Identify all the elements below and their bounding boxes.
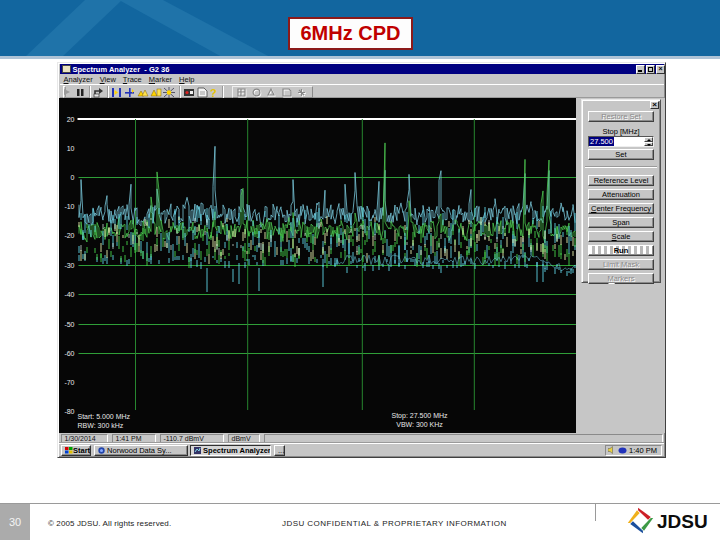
svg-text:Stop: 27.500 MHz: Stop: 27.500 MHz xyxy=(391,412,448,420)
svg-text:Start: 5.000 MHz: Start: 5.000 MHz xyxy=(77,413,130,420)
svg-text:-40: -40 xyxy=(64,291,74,298)
svg-text:-10: -10 xyxy=(64,203,74,210)
svg-text:-20: -20 xyxy=(64,232,74,239)
svg-text:-30: -30 xyxy=(64,262,74,269)
svg-text:-70: -70 xyxy=(64,379,74,386)
svg-text:RBW: 300 kHz: RBW: 300 kHz xyxy=(77,422,123,429)
svg-text:-60: -60 xyxy=(64,350,74,357)
svg-text:10: 10 xyxy=(66,145,74,152)
svg-text:-50: -50 xyxy=(64,321,74,328)
svg-text:?: ? xyxy=(210,87,217,98)
svg-text:-80: -80 xyxy=(64,408,74,415)
svg-text:VBW: 300 KHz: VBW: 300 KHz xyxy=(396,421,443,428)
svg-text:20: 20 xyxy=(66,116,74,123)
svg-text:0: 0 xyxy=(70,174,74,181)
